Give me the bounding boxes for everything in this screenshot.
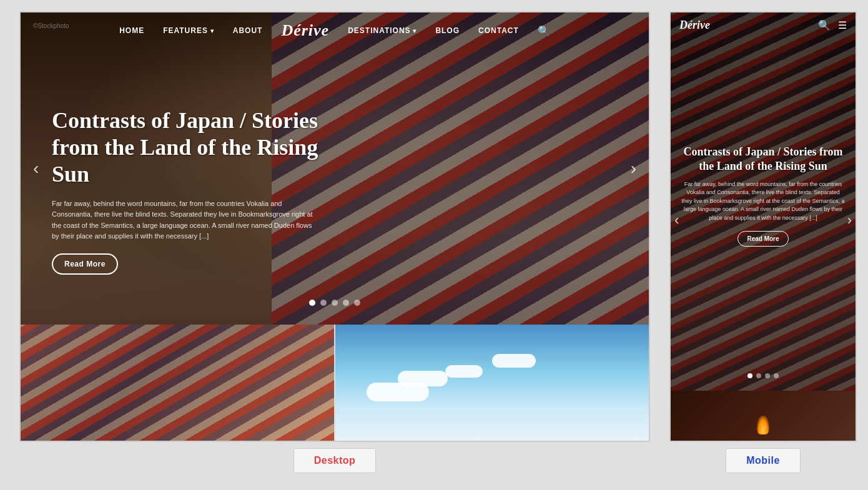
dot-4[interactable] xyxy=(343,300,349,306)
mobile-hero-content: Contrasts of Japan / Stories from the La… xyxy=(671,145,856,247)
hero-read-more-button[interactable]: Read More xyxy=(52,253,118,275)
mobile-menu-icon[interactable]: ☰ xyxy=(838,19,847,31)
nav-about[interactable]: ABOUT xyxy=(233,26,263,35)
mobile-dots xyxy=(747,373,779,378)
mobile-read-more-button[interactable]: Read More xyxy=(737,231,788,247)
desktop-frame: HOME FEATURES ABOUT Dérive DESTINATIONS … xyxy=(19,11,650,442)
cloud-4 xyxy=(492,354,536,368)
hero-content: Contrasts of Japan / Stories from the La… xyxy=(52,107,335,275)
nav-blog[interactable]: BLOG xyxy=(435,26,460,35)
hero-description: Far far away, behind the word mountains,… xyxy=(52,198,314,242)
grid-item-sky xyxy=(334,325,649,441)
hero-title: Contrasts of Japan / Stories from the La… xyxy=(52,107,335,189)
desktop-nav: HOME FEATURES ABOUT Dérive DESTINATIONS … xyxy=(21,12,649,49)
grid-item-umbrella xyxy=(21,325,334,441)
nav-features[interactable]: FEATURES xyxy=(163,26,214,35)
grid-stripe-overlay xyxy=(21,325,334,441)
mobile-bottom-image xyxy=(671,391,856,441)
cloud-2 xyxy=(445,365,483,378)
mobile-next-arrow[interactable]: › xyxy=(847,212,852,228)
dot-5[interactable] xyxy=(354,300,360,306)
main-wrapper: HOME FEATURES ABOUT Dérive DESTINATIONS … xyxy=(0,0,868,490)
mobile-search-icon[interactable]: 🔍 xyxy=(818,19,831,31)
mobile-logo: Dérive xyxy=(679,19,710,32)
hero-prev-arrow[interactable]: ‹ xyxy=(33,159,39,179)
hero-dots xyxy=(309,300,360,306)
dot-3[interactable] xyxy=(332,300,338,306)
mobile-dot-4[interactable] xyxy=(774,373,779,378)
mobile-hero: Dérive 🔍 ☰ Contrasts of Japan / Stories … xyxy=(671,12,856,391)
nav-destinations[interactable]: DESTINATIONS xyxy=(348,26,417,35)
grid-section xyxy=(21,325,649,441)
cloud-3 xyxy=(367,383,429,401)
hero-watermark: ©Stockphoto xyxy=(33,22,69,29)
mobile-dot-1[interactable] xyxy=(747,373,752,378)
mobile-hero-title: Contrasts of Japan / Stories from the La… xyxy=(681,145,846,174)
hero-next-arrow[interactable]: › xyxy=(631,159,636,179)
desktop-logo: Dérive xyxy=(281,21,329,40)
mobile-frame: Dérive 🔍 ☰ Contrasts of Japan / Stories … xyxy=(669,11,857,442)
hero-section: HOME FEATURES ABOUT Dérive DESTINATIONS … xyxy=(21,12,649,325)
mobile-nav-icons: 🔍 ☰ xyxy=(818,19,847,31)
search-icon[interactable]: 🔍 xyxy=(538,25,550,37)
dot-2[interactable] xyxy=(320,300,327,306)
mobile-hero-description: Far far away, behind the word mountains,… xyxy=(681,180,846,223)
mobile-nav: Dérive 🔍 ☰ xyxy=(671,12,856,38)
mobile-label-button[interactable]: Mobile xyxy=(726,448,801,473)
nav-home[interactable]: HOME xyxy=(119,26,144,35)
desktop-panel: HOME FEATURES ABOUT Dérive DESTINATIONS … xyxy=(11,11,658,473)
desktop-label-button[interactable]: Desktop xyxy=(293,448,377,473)
nav-contact[interactable]: CONTACT xyxy=(478,26,519,35)
mobile-prev-arrow[interactable]: ‹ xyxy=(674,212,679,228)
mobile-candle-light xyxy=(757,416,769,434)
mobile-dot-3[interactable] xyxy=(765,373,770,378)
mobile-panel: Dérive 🔍 ☰ Contrasts of Japan / Stories … xyxy=(669,11,857,473)
dot-1[interactable] xyxy=(309,300,315,306)
mobile-dot-2[interactable] xyxy=(756,373,761,378)
